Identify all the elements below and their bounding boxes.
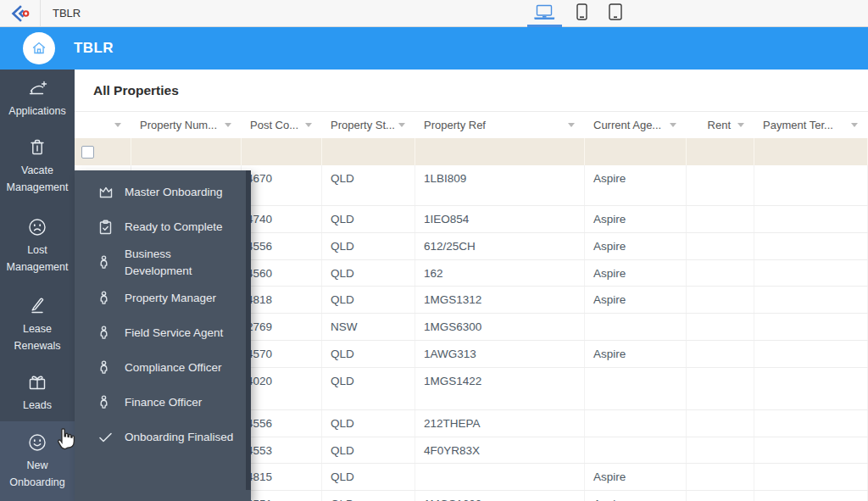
menu-item-finance-officer[interactable]: Finance Officer [75,385,251,420]
filter-cell-property_state [322,138,415,165]
cell-current_agent: Aspire [585,165,687,205]
cell-payment_terms [754,491,868,501]
sidebar-item-label: Vacate Management [0,162,75,196]
menu-item-label: Master Onboarding [125,184,223,201]
chevron-down-icon[interactable] [568,123,575,127]
cell-property_state: QLD [322,260,415,287]
menu-item-property-manager[interactable]: Property Manager [75,281,251,315]
cell-post_code: 4670 [242,165,322,205]
cell-payment_terms [754,368,868,409]
cell-rent [687,368,754,409]
cell-property_state: QLD [322,464,415,490]
laptop-preview-button[interactable] [531,0,559,26]
column-header-property_ref[interactable]: Property Ref [415,112,585,138]
filter-cell-payment_terms [754,138,868,165]
sidebar-item-new-onboarding[interactable]: New Onboarding [0,421,75,501]
cell-rent [687,464,754,490]
topbar-app-name: TBLR [53,7,81,19]
sidebar-item-lease-renewals[interactable]: Lease Renewals [0,286,75,365]
app-title: TBLR [74,40,114,57]
sidebar-item-label: New Onboarding [0,457,75,491]
cell-property_ref: 1MGS1600 [415,491,585,501]
cell-current_agent: Aspire [585,260,687,287]
person-icon [98,395,114,409]
menu-item-label: Business Development [125,246,237,279]
column-header-select[interactable] [75,112,131,138]
menu-item-field-service-agent[interactable]: Field Service Agent [75,315,251,350]
device-preview-switcher [531,0,626,26]
cell-rent [687,287,754,313]
chevron-down-icon[interactable] [737,123,744,127]
menu-item-compliance-officer[interactable]: Compliance Officer [75,350,251,385]
menu-item-master-onboarding[interactable]: Master Onboarding [75,175,251,209]
column-header-post_code[interactable]: Post Co... [242,112,322,138]
chevron-down-icon[interactable] [114,123,121,127]
creator-logo-icon[interactable] [9,4,31,23]
cell-current_agent [585,410,687,437]
cell-current_agent: Aspire [585,464,687,490]
menu-item-onboarding-finalised[interactable]: Onboarding Finalised [75,420,251,454]
menu-item-label: Ready to Complete [125,219,223,236]
column-header-payment_terms[interactable]: Payment Ter... [754,112,868,138]
menu-item-business-development[interactable]: Business Development [75,244,251,281]
pen-icon [28,296,47,316]
sidebar-item-leads[interactable]: Leads [0,365,75,421]
cell-property_state: QLD [322,491,415,501]
cell-rent [687,314,754,340]
menu-item-label: Compliance Officer [125,359,222,376]
cell-rent [687,206,754,232]
cell-post_code: 4815 [242,464,322,490]
cell-payment_terms [754,260,868,287]
column-header-property_number[interactable]: Property Num... [131,112,242,138]
chevron-down-icon[interactable] [398,123,405,127]
sidebar-item-lost-management[interactable]: Lost Management [0,206,75,286]
cell-post_code: 4818 [242,287,322,313]
cell-property_ref: 212THEPA [415,410,585,437]
sidebar-item-applications[interactable]: Applications [0,70,75,127]
chevron-down-icon[interactable] [305,123,312,127]
tablet-preview-button[interactable] [605,0,626,26]
cell-property_state: QLD [322,368,415,409]
column-label: Property Num... [140,119,217,131]
cell-current_agent [585,437,687,464]
menu-scrollbar[interactable] [246,170,251,490]
applications-icon [27,78,48,98]
column-label: Property St... [331,119,395,131]
cell-payment_terms [754,165,868,205]
cell-property_ref: 1AWG313 [415,341,585,367]
column-header-rent[interactable]: Rent [687,112,754,138]
check-icon [98,431,114,443]
chevron-down-icon[interactable] [225,123,231,127]
cell-post_code: 2769 [242,314,322,340]
cell-post_code: 4551 [242,491,322,501]
cell-property_state: QLD [322,341,415,367]
topbar-divider [40,0,41,26]
phone-preview-button[interactable] [573,0,591,26]
cell-property_ref: 162 [415,260,585,287]
chevron-down-icon[interactable] [670,123,676,127]
cell-property_state: QLD [322,165,415,205]
cell-current_agent [585,314,687,340]
cell-payment_terms [754,341,868,367]
column-header-current_agent[interactable]: Current Age... [585,112,687,138]
cell-rent [687,260,754,287]
home-icon[interactable] [23,32,55,64]
cell-property_ref: 1MGS1312 [415,287,585,313]
cell-current_agent: Aspire [585,206,687,232]
cell-property_ref: 4F0YR83X [415,437,585,464]
app-header: TBLR [0,27,868,70]
menu-item-ready-to-complete[interactable]: Ready to Complete [75,209,251,244]
sidebar-item-vacate-management[interactable]: Vacate Management [0,127,75,206]
cell-rent [687,491,754,501]
select-all-checkbox[interactable] [81,146,94,159]
cell-post_code: 4020 [242,368,322,409]
column-header-property_state[interactable]: Property St... [322,112,415,138]
cell-post_code: 4553 [242,437,322,464]
menu-item-label: Onboarding Finalised [125,429,233,446]
filter-cell-property_number [131,138,242,165]
happy-face-icon [27,432,47,453]
person-icon [98,291,114,305]
chevron-down-icon[interactable] [851,123,858,127]
cell-property_ref: 612/25CH [415,233,585,259]
filter-cell-rent [687,138,754,165]
